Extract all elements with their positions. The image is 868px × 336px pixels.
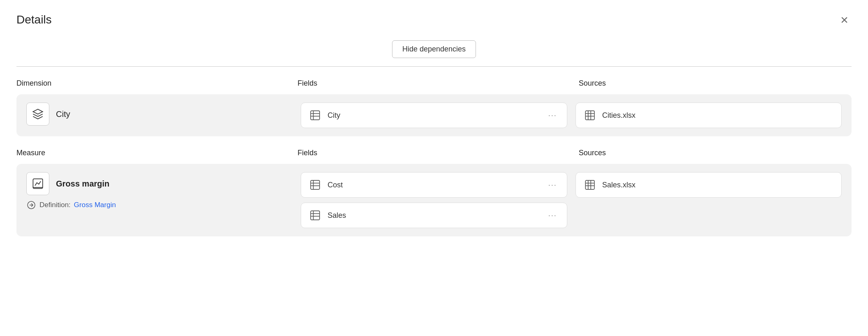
toolbar: Hide dependencies	[0, 36, 868, 66]
measure-cell-gross-margin: Gross margin Definition: Gross Margin	[26, 172, 292, 210]
svg-rect-0	[311, 111, 320, 120]
definition-label: Definition:	[39, 201, 71, 209]
dimension-col-header: Dimension	[16, 79, 289, 88]
svg-rect-12	[311, 180, 320, 189]
hide-dependencies-button[interactable]: Hide dependencies	[392, 40, 476, 58]
field-menu-cost[interactable]: ···	[546, 180, 559, 190]
measure-row: Gross margin Definition: Gross Margin	[26, 172, 842, 228]
definition-row: Definition: Gross Margin	[26, 200, 292, 210]
modal-title: Details	[16, 13, 52, 26]
field-item-city: City ···	[301, 103, 567, 128]
source-name-sales: Sales.xlsx	[602, 181, 636, 189]
measure-col-header: Measure	[16, 149, 289, 157]
table-icon-cost	[310, 180, 320, 190]
measure-fields-header: Fields	[297, 149, 570, 157]
dimension-icon-city	[26, 103, 49, 126]
source-table-icon	[583, 109, 596, 122]
dimension-name-city: City	[56, 110, 70, 119]
dimension-row: City	[26, 103, 842, 128]
grid-icon-sales	[585, 180, 595, 190]
dimension-fields-header: Fields	[297, 79, 570, 88]
cube-icon	[32, 108, 44, 120]
field-item-sales: Sales ···	[301, 203, 567, 228]
measure-sources-gross-margin: Sales.xlsx	[576, 172, 842, 198]
measure-name-gross-margin: Gross margin	[56, 179, 109, 189]
source-grid-icon-sales	[583, 178, 596, 191]
link-icon	[26, 200, 36, 210]
measure-chart-icon	[32, 178, 44, 189]
dimension-section-body: City	[16, 94, 852, 136]
source-item-sales: Sales.xlsx	[576, 172, 842, 198]
dimension-sources-header: Sources	[579, 79, 852, 88]
close-button[interactable]: ×	[837, 12, 852, 28]
dimension-cell-city: City	[26, 103, 292, 126]
dimension-section-headers: Dimension Fields Sources	[16, 79, 852, 88]
measure-section-body: Gross margin Definition: Gross Margin	[16, 164, 852, 236]
table-icon	[310, 110, 320, 121]
dimension-section: Dimension Fields Sources	[16, 79, 852, 136]
measure-section-headers: Measure Fields Sources	[16, 149, 852, 157]
field-menu-city[interactable]: ···	[546, 110, 559, 121]
field-menu-sales[interactable]: ···	[546, 210, 559, 221]
measure-fields-gross-margin: Cost ···	[301, 172, 567, 228]
grid-icon	[585, 110, 595, 121]
content-area: Dimension Fields Sources	[0, 67, 868, 336]
field-table-icon	[309, 109, 322, 122]
measure-name-row: Gross margin	[26, 172, 292, 195]
table-icon-sales	[310, 210, 320, 221]
measure-section: Measure Fields Sources	[16, 149, 852, 236]
definition-icon	[26, 200, 36, 210]
field-item-cost: Cost ···	[301, 172, 567, 198]
svg-rect-20	[585, 180, 594, 189]
modal-header: Details ×	[0, 0, 868, 36]
field-name-city: City	[327, 111, 540, 120]
svg-rect-16	[311, 211, 320, 220]
source-name-cities: Cities.xlsx	[602, 111, 636, 120]
source-item-cities: Cities.xlsx	[576, 103, 842, 128]
field-name-sales: Sales	[327, 211, 540, 220]
field-table-icon-cost	[309, 178, 322, 191]
field-name-cost: Cost	[327, 181, 540, 189]
dimension-fields-city: City ···	[301, 103, 567, 128]
measure-icon-gross-margin	[26, 172, 49, 195]
dimension-sources-city: Cities.xlsx	[576, 103, 842, 128]
field-table-icon-sales	[309, 209, 322, 222]
modal: Details × Hide dependencies Dimension Fi…	[0, 0, 868, 336]
definition-link-gross-margin[interactable]: Gross Margin	[74, 201, 116, 209]
svg-rect-4	[585, 111, 594, 120]
measure-sources-header: Sources	[579, 149, 852, 157]
